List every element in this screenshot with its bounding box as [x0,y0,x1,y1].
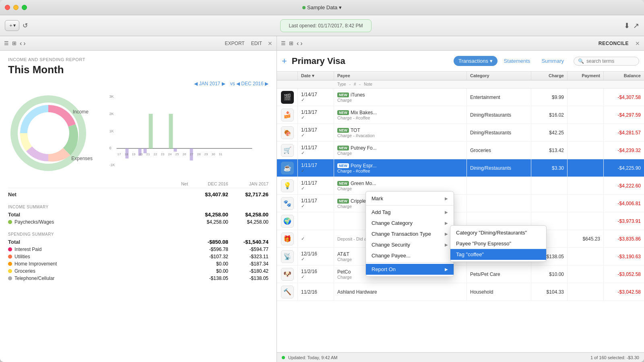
chart-area: Income Expenses 3K 2K 1K 0 -1K [8,93,268,173]
ctx-item-change-security[interactable]: Change Security ▶ [366,239,454,250]
subheader-note: Note [364,82,372,86]
sidebar-collapse[interactable]: ⊞ [12,40,17,46]
add-transaction-button[interactable]: + [282,56,287,66]
txn-sub: Charge - #vacation [337,133,463,138]
report-title: This Month [8,64,268,76]
txn-payee: NEW Green Mo... [337,181,463,186]
txn-icon-cripple: 🐾 [277,195,298,212]
table-row[interactable]: 🛒 1/11/17 ✓ NEW Putney Fo... Charge [277,142,644,159]
right-sidebar-toggle[interactable]: ☰ [281,40,286,46]
txn-check: ✓ [301,236,330,241]
date-nav-current[interactable]: ◀ JAN 2017 ▶ [194,81,225,86]
submenu-item-payee[interactable]: Payee "Pony Espresso" [450,238,546,249]
tab-transactions[interactable]: Transactions ▾ [454,56,497,66]
right-nav-forward[interactable]: › [300,40,302,47]
ctx-arrow-category: ▶ [445,221,448,225]
left-nav-back[interactable]: ‹ [20,40,22,47]
ctx-arrow-tag: ▶ [445,210,448,214]
ctx-item-mark[interactable]: Mark ▶ [366,193,454,204]
reconcile-button[interactable]: RECONCILE [599,41,629,46]
table-row[interactable]: 🐾 1/11/17 ✓ NEW Cripple Cr... Charge [277,195,644,212]
col-dec-header: DEC 2016 [188,181,228,186]
left-close-button[interactable]: ✕ [268,40,272,47]
export-label[interactable]: EXPORT [225,41,245,46]
report-subtitle: INCOME AND SPENDING REPORT [8,57,268,62]
new-badge: NEW [337,163,349,168]
table-row[interactable]: 🍖 1/13/17 ✓ NEW TOT Charge - #vacation [277,124,644,142]
txn-charge: $42.25 [549,130,564,136]
txn-charge: $13.42 [549,148,564,153]
table-row[interactable]: 🍰 1/13/17 ✓ NEW Mix Bakes... Charge - #c… [277,106,644,124]
share-button[interactable]: ↗ [633,21,639,30]
th-category[interactable]: Category [467,72,531,80]
svg-rect-8 [149,114,153,148]
edit-label[interactable]: EDIT [251,41,262,46]
table-row[interactable]: 🔨 11/2/16 Ashland Hardware Household $10… [277,283,644,301]
new-badge: NEW [337,181,349,186]
txn-charge: $104.33 [547,289,564,295]
add-button[interactable]: ＋▾ [5,20,19,31]
ctx-arrow-report: ▶ [445,267,448,272]
txn-balance: -$4,222.60 [618,183,641,189]
th-payee[interactable]: Payee [334,72,467,80]
txn-sub: Charge [337,98,463,103]
table-row[interactable]: ☕ 1/11/17 ✓ NEW Pony Espr... Charge - #c… [277,159,644,177]
right-close-button[interactable]: ✕ [635,40,640,47]
search-input[interactable] [586,58,635,64]
status-updated: Updated: Today, 9:42 AM [288,355,338,360]
ctx-item-change-category[interactable]: Change Category ▶ [366,218,454,228]
tab-statements[interactable]: Statements [499,56,535,66]
th-charge[interactable]: Charge [531,72,568,80]
svg-text:30: 30 [212,152,215,156]
left-nav: ‹ › [20,40,26,47]
ctx-item-add-tag[interactable]: Add Tag ▶ [366,207,454,218]
spending-dot-home [8,262,12,266]
close-button[interactable] [5,5,10,10]
table-header: Date ▾ Payee Category Charge Payment Bal… [277,72,644,80]
txn-balance: -$3,042.58 [618,289,641,295]
refresh-button[interactable]: ↺ [23,22,28,29]
transactions-body: 🎬 1/14/17 ✓ NEW iTunes Charge E [277,88,644,352]
sidebar-toggle[interactable]: ☰ [4,40,9,46]
submenu-item-category[interactable]: Category "Dining/Restaurants" [450,227,546,238]
right-nav-back[interactable]: ‹ [297,40,299,47]
txn-icon-gifts: 🎁 [277,230,298,247]
th-date[interactable]: Date ▾ [298,72,334,80]
search-box: 🔍 [574,57,639,66]
left-nav-forward[interactable]: › [23,40,25,47]
txn-date: 1/11/17 [301,145,330,150]
spending-net-blank [156,239,188,245]
new-badge: NEW [337,146,349,150]
search-icon: 🔍 [578,58,584,64]
table-row[interactable]: 🐶 11/2/16 ✓ PetCo Charge Pets/Pet Care [277,265,644,283]
minimize-button[interactable] [13,5,19,10]
spending-dot-groceries [8,269,12,273]
svg-rect-9 [169,114,173,148]
date-nav-vs[interactable]: vs ◀ DEC 2016 ▶ [230,81,268,86]
tab-summary[interactable]: Summary [537,56,569,66]
ctx-item-change-payee[interactable]: Change Payee... [366,250,454,261]
th-balance: Balance [604,72,644,80]
table-row[interactable]: 💡 1/11/17 ✓ NEW Green Mo... Charge [277,177,644,195]
txn-charge: $138.05 [547,254,564,259]
txn-sub: Charge - #coffee [337,169,463,173]
right-collapse[interactable]: ⊞ [289,40,293,46]
ctx-item-report-on[interactable]: Report On ▶ [366,264,454,275]
pie-income-label: Income [73,109,89,115]
svg-text:31: 31 [219,152,223,156]
new-badge: NEW [337,93,349,97]
txn-category: Entertainment [470,95,500,100]
txn-date: 1/11/17 [301,162,330,168]
account-header: + Primary Visa Transactions ▾ Statements… [277,51,644,72]
svg-text:2K: 2K [109,112,114,116]
ctx-arrow-txn-type: ▶ [445,232,448,236]
download-button[interactable]: ⬇ [624,21,630,30]
th-payment[interactable]: Payment [568,72,604,80]
txn-balance: -$4,225.90 [618,165,641,171]
title-dot [302,6,305,9]
submenu-item-tag[interactable]: Tag "coffee" [450,249,546,260]
maximize-button[interactable] [22,5,27,10]
new-badge: NEW [337,110,349,115]
ctx-item-change-txn-type[interactable]: Change Transaction Type ▶ [366,228,454,239]
table-row[interactable]: 🎬 1/14/17 ✓ NEW iTunes Charge E [277,88,644,106]
